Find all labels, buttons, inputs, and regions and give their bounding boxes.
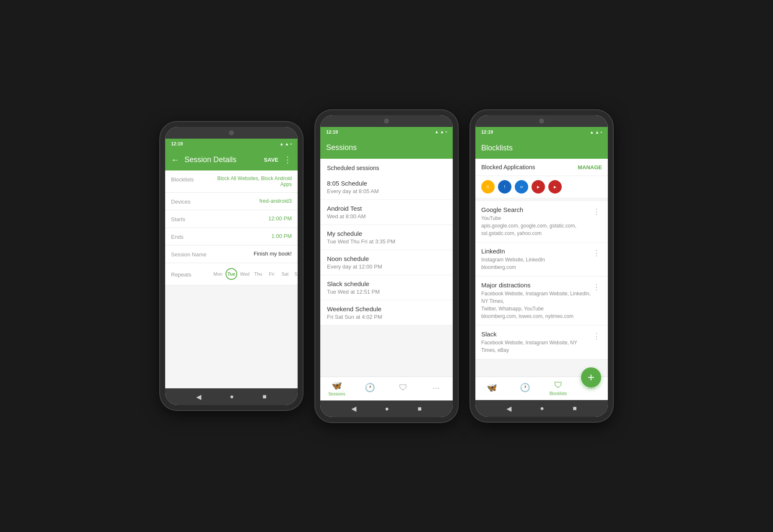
session-name-4: Slack schedule xyxy=(327,280,446,287)
status-icons-3: ▲ ▲ ▪ xyxy=(590,130,602,134)
back-button[interactable]: ← xyxy=(171,155,179,165)
blocked-apps-title: Blocked Applications xyxy=(481,164,535,170)
more-options-icon[interactable]: ⋮ xyxy=(283,155,292,165)
signal-icon-2: ▲ xyxy=(440,129,444,134)
blocklist-name-2: Major distractions xyxy=(481,281,591,289)
devices-row: Devices fred-android3 xyxy=(165,193,298,210)
svg-text:G: G xyxy=(486,185,489,189)
devices-label: Devices xyxy=(171,198,209,205)
app-icon-5: ▶ xyxy=(548,180,562,194)
home-bar-1: ◀ ● ■ xyxy=(165,388,298,405)
blocklists-row: Blocklists Block All Websites, Block And… xyxy=(165,170,298,193)
session-item-5[interactable]: Weekend Schedule Fri Sat Sun at 4:02 PM xyxy=(320,300,453,325)
app-bar-1: ← Session Details SAVE ⋮ xyxy=(165,149,298,170)
session-item-1[interactable]: Android Test Wed at 8:00 AM xyxy=(320,200,453,225)
save-button[interactable]: SAVE xyxy=(264,157,278,163)
notch-2 xyxy=(320,115,453,127)
blocklist-menu-1[interactable]: ⋮ xyxy=(591,248,602,258)
history-nav-icon: 🕐 xyxy=(365,382,375,393)
blocklist-item-2[interactable]: Major distractions Facebook Website, Ins… xyxy=(475,276,608,325)
bottom-nav-2: 🦋 Sessions 🕐 🛡 ··· xyxy=(320,377,453,400)
session-name-5: Weekend Schedule xyxy=(327,305,446,312)
recents-nav-button-2[interactable]: ■ xyxy=(418,405,422,413)
fab-button[interactable]: + xyxy=(581,367,601,387)
home-nav-button-3[interactable]: ● xyxy=(540,405,544,412)
status-icons-2: ▲ ▲ ▪ xyxy=(435,129,447,134)
starts-label: Starts xyxy=(171,215,209,222)
section-header: Scheduled sessions xyxy=(320,159,453,175)
session-time-3: Every day at 12:00 PM xyxy=(327,263,446,270)
screen-title-3: Blocklists xyxy=(481,144,602,152)
day-sun[interactable]: Sun xyxy=(293,268,298,280)
more-nav-icon: ··· xyxy=(433,383,440,393)
day-sat[interactable]: Sat xyxy=(279,268,291,280)
day-tue[interactable]: Tue xyxy=(226,268,237,280)
manage-button[interactable]: MANAGE xyxy=(578,164,602,170)
session-item-2[interactable]: My schedule Tue Wed Thu Fri at 3:35 PM xyxy=(320,225,453,250)
blocklist-menu-0[interactable]: ⋮ xyxy=(591,206,602,217)
home-nav-button-2[interactable]: ● xyxy=(385,405,389,413)
nav-history[interactable]: 🕐 xyxy=(353,382,386,394)
nav-more[interactable]: ··· xyxy=(420,383,453,394)
day-wed[interactable]: Wed xyxy=(239,268,251,280)
time-1: 12:19 xyxy=(171,141,183,146)
session-item-3[interactable]: Noon schedule Every day at 12:00 PM xyxy=(320,250,453,275)
status-bar-1: 12:19 ▲ ▲ ▪ xyxy=(165,139,298,149)
day-fri[interactable]: Fri xyxy=(266,268,278,280)
nav-blocklists-3[interactable]: 🛡 Blocklists xyxy=(542,380,575,396)
nav-sessions[interactable]: 🦋 Sessions xyxy=(320,380,353,396)
svg-text:▶: ▶ xyxy=(554,185,557,189)
screen-content-3: Blocked Applications MANAGE G f M ▶ xyxy=(475,159,608,377)
nav-history-3[interactable]: 🕐 xyxy=(508,382,542,394)
recents-nav-button[interactable]: ■ xyxy=(262,393,267,400)
session-time-4: Tue Wed at 12:51 PM xyxy=(327,289,446,295)
ends-value: 1:00 PM xyxy=(212,233,292,239)
day-thu[interactable]: Thu xyxy=(252,268,264,280)
devices-value: fred-android3 xyxy=(212,198,292,204)
time-2: 12:19 xyxy=(326,129,338,134)
blocklist-sites-2: Facebook Website, Instagram Website, Lin… xyxy=(481,290,591,320)
blocklist-info-0: Google Search YouTubeapis.google.com, go… xyxy=(481,206,591,237)
blocklist-menu-2[interactable]: ⋮ xyxy=(591,281,602,292)
session-name-value: Finish my book! xyxy=(212,251,292,257)
ends-row: Ends 1:00 PM xyxy=(165,228,298,245)
blocked-apps-header: Blocked Applications MANAGE xyxy=(475,159,608,176)
blocklist-info-3: Slack Facebook Website, Instagram Websit… xyxy=(481,331,591,354)
session-name-0: 8:05 Schedule xyxy=(327,180,446,187)
back-nav-button[interactable]: ◀ xyxy=(196,393,201,401)
day-mon[interactable]: Mon xyxy=(212,268,224,280)
back-nav-button-3[interactable]: ◀ xyxy=(506,405,511,413)
app-icon-3: M xyxy=(515,180,528,194)
blocklists-nav-label-3: Blocklists xyxy=(550,391,567,396)
screen-content-1: Blocklists Block All Websites, Block And… xyxy=(165,170,298,388)
blocklists-nav-icon-3: 🛡 xyxy=(554,380,563,390)
recents-nav-button-3[interactable]: ■ xyxy=(573,405,577,412)
history-nav-icon-3: 🕐 xyxy=(520,382,530,393)
nav-blocklists[interactable]: 🛡 xyxy=(386,383,420,394)
blocklist-item-1[interactable]: LinkedIn Instagram Website, LinkedInbloo… xyxy=(475,243,608,276)
blocklist-menu-3[interactable]: ⋮ xyxy=(591,331,602,341)
days-container: Mon Tue Wed Thu Fri Sat Sun xyxy=(212,268,298,280)
blocklist-item-0[interactable]: Google Search YouTubeapis.google.com, go… xyxy=(475,201,608,243)
app-icon-2: f xyxy=(498,180,511,194)
back-nav-button-2[interactable]: ◀ xyxy=(351,405,356,413)
session-item-4[interactable]: Slack schedule Tue Wed at 12:51 PM xyxy=(320,275,453,300)
home-bar-2: ◀ ● ■ xyxy=(320,400,453,417)
blocklist-item-3[interactable]: Slack Facebook Website, Instagram Websit… xyxy=(475,325,608,359)
app-icons-row: G f M ▶ ▶ xyxy=(475,176,608,198)
blocklists-label: Blocklists xyxy=(171,176,209,183)
session-item-0[interactable]: 8:05 Schedule Every day at 8:05 AM xyxy=(320,175,453,200)
session-name-1: Android Test xyxy=(327,205,446,212)
wifi-icon-3: ▲ xyxy=(590,130,594,134)
blocklist-sites-3: Facebook Website, Instagram Website, NY … xyxy=(481,339,591,354)
status-icons-1: ▲ ▲ ▪ xyxy=(280,142,292,146)
blocklist-info-2: Major distractions Facebook Website, Ins… xyxy=(481,281,591,320)
svg-text:M: M xyxy=(520,185,523,189)
nav-sessions-3[interactable]: 🦋 xyxy=(475,382,508,394)
sessions-nav-label: Sessions xyxy=(328,392,345,396)
blocklist-sites-1: Instagram Website, LinkedInbloomberg.com xyxy=(481,256,591,271)
blocklists-nav-icon: 🛡 xyxy=(399,383,407,393)
home-nav-button[interactable]: ● xyxy=(230,393,234,400)
session-time-2: Tue Wed Thu Fri at 3:35 PM xyxy=(327,238,446,245)
app-icon-4: ▶ xyxy=(532,180,545,194)
